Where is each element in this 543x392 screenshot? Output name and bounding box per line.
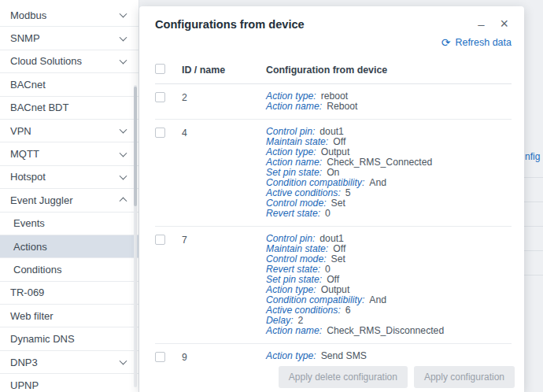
row-checkbox[interactable]: [155, 235, 165, 245]
config-label: Revert state:: [266, 264, 320, 275]
config-value: On: [327, 167, 339, 178]
minimize-icon[interactable]: –: [475, 18, 487, 30]
sidebar-item-label: Conditions: [13, 264, 61, 276]
config-value: 0: [325, 208, 331, 219]
config-label: Maintain state:: [266, 243, 328, 254]
sidebar-item-label: SNMP: [10, 32, 40, 44]
background-page-strip: nfig: [524, 0, 543, 392]
config-value: Check_RMS_Connected: [327, 157, 432, 168]
background-row-divider: [524, 177, 543, 178]
config-value: dout1: [320, 126, 344, 137]
config-label: Action type:: [266, 146, 316, 157]
chevron-up-icon: [120, 198, 127, 205]
sidebar-item-label: MQTT: [10, 148, 39, 160]
config-label: Set pin state:: [266, 274, 322, 285]
row-config: Control pin:dout1Maintain state:OffActio…: [266, 127, 512, 219]
config-table-body: 2Action type:rebootAction name:Reboot4Co…: [155, 84, 512, 379]
row-id: 4: [182, 127, 266, 139]
table-row: 7Control pin:dout1Maintain state:OffCont…: [155, 227, 512, 344]
config-value: 6: [345, 305, 351, 316]
config-label: Action name:: [266, 101, 322, 112]
sidebar-item-dynamic-dns[interactable]: Dynamic DNS: [0, 327, 139, 350]
config-label: Action type:: [266, 350, 316, 361]
sidebar-item-label: VPN: [10, 125, 31, 137]
config-label: Active conditions:: [266, 305, 341, 316]
config-value: Off: [327, 274, 339, 285]
config-label: Delay:: [266, 315, 294, 326]
apply-delete-configuration-button[interactable]: Apply delete configuration: [279, 366, 408, 388]
config-value: Output: [321, 146, 350, 157]
config-label: Revert state:: [266, 208, 320, 219]
sidebar-item-bacnet[interactable]: BACnet: [0, 73, 139, 96]
sidebar-item-tr-069[interactable]: TR-069: [0, 282, 139, 305]
sidebar-item-vpn[interactable]: VPN: [0, 120, 139, 142]
sidebar-item-hotspot[interactable]: Hotspot: [0, 166, 139, 189]
apply-configuration-button[interactable]: Apply configuration: [414, 366, 515, 388]
row-checkbox[interactable]: [155, 352, 165, 362]
sidebar-item-label: Cloud Solutions: [10, 55, 82, 67]
header-id-name: ID / name: [182, 65, 266, 76]
config-table: ID / name Configuration from device 2Act…: [155, 57, 512, 379]
sidebar-item-dnp3[interactable]: DNP3: [0, 351, 139, 374]
refresh-data-button[interactable]: ⟳ Refresh data: [441, 37, 512, 48]
sidebar-item-upnp[interactable]: UPNP: [0, 374, 139, 392]
sidebar-item-label: Actions: [13, 241, 47, 253]
config-label: Active conditions:: [266, 187, 341, 198]
background-row-divider: [524, 202, 543, 202]
chevron-down-icon: [120, 149, 127, 157]
chevron-down-icon: [120, 126, 127, 134]
refresh-label: Refresh data: [455, 37, 512, 48]
sidebar-item-conditions[interactable]: Conditions: [0, 258, 139, 281]
row-id: 2: [182, 91, 266, 103]
modal-footer: Apply delete configuration Apply configu…: [139, 362, 524, 392]
config-table-header: ID / name Configuration from device: [155, 57, 512, 84]
select-all-checkbox[interactable]: [155, 64, 165, 74]
background-row-divider: [524, 226, 543, 227]
config-label: Set pin state:: [266, 167, 322, 178]
config-label: Control mode:: [266, 198, 327, 209]
sidebar-item-cloud-solutions[interactable]: Cloud Solutions: [0, 50, 139, 73]
sidebar-item-event-juggler[interactable]: Event Juggler: [0, 189, 139, 212]
sidebar-item-actions[interactable]: Actions: [0, 235, 139, 258]
sidebar-item-label: BACnet BDT: [10, 102, 68, 113]
sidebar-item-label: DNP3: [10, 357, 38, 368]
config-value: And: [369, 177, 386, 188]
config-label: Control pin:: [266, 126, 315, 137]
modal-title: Configurations from device: [155, 18, 475, 31]
sidebar-item-label: Modbus: [10, 9, 46, 21]
row-checkbox[interactable]: [155, 92, 165, 102]
sidebar-item-mqtt[interactable]: MQTT: [0, 142, 139, 165]
config-value: 0: [325, 264, 331, 275]
background-row-divider: [524, 275, 543, 276]
sidebar-item-modbus[interactable]: Modbus: [0, 4, 139, 27]
row-id: 7: [182, 234, 266, 246]
sidebar-item-label: Hotspot: [10, 171, 46, 183]
config-value: And: [369, 294, 386, 305]
sidebar-scrollbar-thumb[interactable]: [134, 87, 137, 206]
refresh-icon: ⟳: [441, 38, 451, 47]
sidebar-item-bacnet-bdt[interactable]: BACnet BDT: [0, 97, 139, 120]
sidebar-nav: ModbusSNMPCloud SolutionsBACnetBACnet BD…: [0, 4, 139, 392]
row-checkbox[interactable]: [155, 128, 165, 138]
close-icon[interactable]: ×: [497, 18, 512, 30]
config-value: Set: [331, 253, 345, 264]
sidebar: ModbusSNMPCloud SolutionsBACnetBACnet BD…: [0, 0, 139, 392]
table-row: 4Control pin:dout1Maintain state:OffActi…: [155, 120, 512, 227]
sidebar-item-label: Events: [13, 217, 45, 229]
sidebar-item-label: UPNP: [10, 379, 39, 391]
sidebar-item-label: Dynamic DNS: [10, 333, 75, 345]
sidebar-item-snmp[interactable]: SNMP: [0, 27, 139, 50]
sidebar-item-label: Web filter: [10, 310, 54, 322]
chevron-down-icon: [120, 57, 127, 65]
config-value: Check_RMS_Disconnected: [327, 325, 444, 336]
sidebar-item-web-filter[interactable]: Web filter: [0, 305, 139, 327]
config-label: Condition compatibility:: [266, 177, 364, 188]
background-row-divider: [524, 250, 543, 251]
config-label: Action name:: [266, 157, 322, 168]
refresh-row: ⟳ Refresh data: [139, 34, 524, 57]
config-value: 2: [298, 315, 304, 326]
sidebar-item-label: BACnet: [10, 79, 46, 91]
row-config: Control pin:dout1Maintain state:OffContr…: [266, 234, 512, 336]
chevron-down-icon: [120, 357, 127, 365]
sidebar-item-events[interactable]: Events: [0, 213, 139, 235]
